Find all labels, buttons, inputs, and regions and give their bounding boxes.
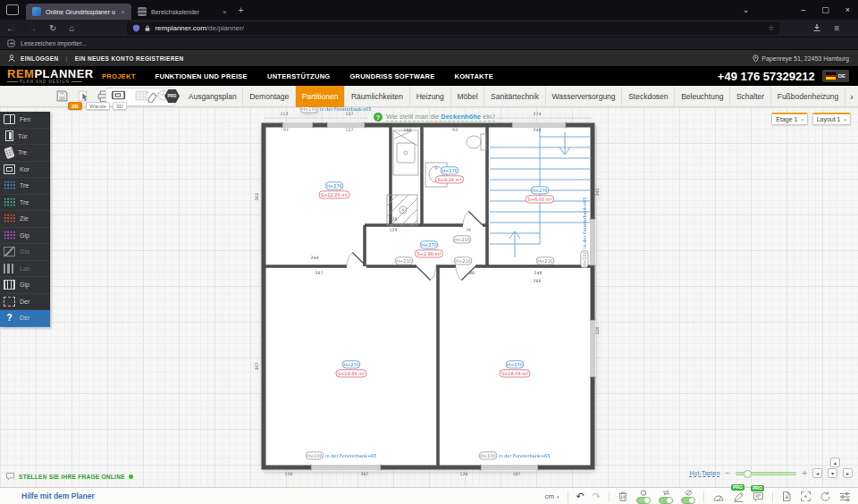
nav-projekt[interactable]: PROJEKT [102,72,136,80]
tab2-close-icon[interactable]: × [223,8,227,16]
save-icon[interactable] [55,89,69,106]
menu-hamburger-icon[interactable]: ≡ [828,23,845,33]
tracking-shield-icon[interactable] [132,24,140,32]
dimension-label: 240 [534,128,542,132]
pan-up-button[interactable]: ▴ [830,458,840,467]
forward-icon[interactable]: → [21,23,43,33]
dimensions-toggle[interactable] [659,490,673,504]
sidebar-item-kor[interactable]: Kor [0,162,50,179]
window-sill-note: H=100in der Fensterbank=65 [479,452,550,459]
zoom-in-button[interactable]: + [802,468,807,478]
planner-help-link[interactable]: Hilfe mit dem Planer [21,491,95,500]
browser-tab-2[interactable]: Bereichskalender × [131,4,233,20]
pan-left-button[interactable]: ◂ [812,468,822,478]
home-icon[interactable]: ⌂ [63,23,80,33]
bookmark-star-icon[interactable]: ☆ [768,24,774,32]
zoom-slider[interactable] [736,472,796,475]
tab-demontage[interactable]: Demontage [243,86,296,107]
ask-question-online[interactable]: STELLEN SIE IHRE FRAGE ONLINE [5,472,133,481]
glass-icon [4,247,15,256]
visibility-toggle[interactable] [681,490,695,504]
deckenhoehe-link[interactable]: Deckenhöhe [441,113,481,121]
delete-icon[interactable] [618,491,628,502]
ceiling-height-hint[interactable]: ? Wie stellt man die Deckenhöhe ein? [374,113,495,122]
protractor-icon[interactable] [712,491,725,502]
window-minimize-button[interactable]: – [793,5,813,14]
tab1-close-icon[interactable]: × [121,8,125,16]
redo-icon[interactable]: ↷ [593,491,601,502]
rotate-refresh-icon[interactable] [820,491,831,502]
document-icon[interactable] [781,491,792,502]
tab-wasserversorgung[interactable]: Wasserversorgung [546,86,623,107]
list-tabs-chevron-icon[interactable]: ⌄ [735,5,758,14]
remplanner-logo[interactable]: REMPLANNER PLAN AND DESIGN [7,69,89,84]
snap-toggle[interactable] [636,490,651,504]
tab-beleuchtung[interactable]: Beleuchtung [675,86,730,107]
site-main-header: REMPLANNER PLAN AND DESIGN PROJEKTFUNKTI… [0,66,858,86]
phone-number[interactable]: +49 176 57329212 [718,70,815,83]
tab-schalter[interactable]: Schalter [730,86,771,107]
units-selector[interactable]: cm▾ [544,492,559,500]
sidebar-item-der[interactable]: Der [0,294,50,311]
tab-möbel[interactable]: Möbel [451,86,485,107]
floor-selector[interactable]: Etage 1▾ [771,113,808,125]
tab-sanitärtechnik[interactable]: Sanitärtechnik [484,86,545,107]
downloads-icon[interactable] [806,23,828,34]
focus-scan-icon[interactable] [800,491,812,502]
badge-3d[interactable]: 3D [113,102,127,110]
url-bar[interactable]: remplanner.com /de/planner/ ☆ [127,22,779,35]
badge-waende[interactable]: Wände [86,102,110,110]
nav-funktionen-und-preise[interactable]: FUNKTIONEN UND PREISE [156,72,248,80]
login-link[interactable]: EINLOGGEN [21,55,59,62]
reload-icon[interactable]: ↻ [43,23,63,33]
select-icon [4,297,15,307]
language-selector[interactable]: DE [822,70,849,82]
register-link[interactable]: EIN NEUES KONTO REGISTRIEREN [75,55,184,62]
sidebar-item-lan[interactable]: Lan [0,261,50,278]
sidebar-item-fen[interactable]: Fen [0,112,50,129]
pan-down-button[interactable]: ▾ [828,468,837,478]
tab-ausgangsplan[interactable]: Ausgangsplan [182,86,243,107]
tab-heizung[interactable]: Heizung [410,86,451,107]
nav-grundriss-software[interactable]: GRUNDRISS SOFTWARE [349,72,434,80]
nav-unterstützung[interactable]: UNTERSTÜTZUNG [267,72,331,80]
badge-2d[interactable]: 2D [68,102,82,110]
eraser-icon[interactable] [145,89,159,106]
new-tab-button[interactable]: + [233,5,249,15]
sidebar-item-tre[interactable]: Tre [0,195,50,212]
plan-canvas[interactable]: H=276S=12.20 m²H=276S=4.24 m²H=276S=6.03… [0,107,858,487]
back-icon[interactable]: ← [0,23,21,33]
undo-icon[interactable]: ↶ [576,491,585,502]
tab-räumlichkeiten[interactable]: Räumlichkeiten [345,86,410,107]
pan-right-button[interactable]: ▸ [843,468,853,478]
sidebar-item-tür[interactable]: Tür [0,129,50,146]
comments-icon[interactable]: PRO [753,491,764,502]
tabs-overflow-arrow-icon[interactable]: › [845,86,858,107]
browser-tab-1[interactable]: Online Grundrissplaner und De- × [26,4,131,20]
window-maximize-button[interactable]: ▢ [813,5,837,14]
svg-text:in der Fensterbank=65: in der Fensterbank=65 [325,453,376,458]
window-close-button[interactable]: × [837,5,858,14]
svg-text:H=210: H=210 [537,258,553,264]
settings-sliders-icon[interactable] [839,491,851,502]
sidebar-item-gip[interactable]: Gip [0,277,50,294]
import-bookmarks-link[interactable]: Lesezeichen importier... [21,40,87,46]
hatch-icon [4,197,15,207]
sidebar-item-gla[interactable]: Gla [0,244,50,261]
draw-pencil-icon[interactable]: PRO [733,491,744,502]
sidebar-item-tre[interactable]: Tre [0,145,50,162]
plan-floor [264,125,593,467]
nav-kontakte[interactable]: KONTAKTE [454,72,493,80]
sidebar-item-zie[interactable]: Zie [0,211,50,228]
tab-fußbodenheizung[interactable]: Fußbodenheizung [771,86,845,107]
layout-selector[interactable]: Layout 1▾ [812,113,851,125]
sidebar-item-gip[interactable]: Gip [0,228,50,245]
hotkeys-link[interactable]: Hot-Tasten [689,470,719,477]
zoom-slider-knob[interactable] [744,470,752,478]
sidebar-item-tre[interactable]: Tre [0,178,50,195]
browser-navbar: ← → ↻ ⌂ remplanner.com /de/planner/ ☆ ≡ [0,20,858,38]
tab-partitionen[interactable]: Partitionen [296,86,345,107]
sidebar-item-der[interactable]: ?Der [0,310,50,327]
zoom-out-button[interactable]: − [725,468,730,478]
tab-steckdosen[interactable]: Steckdosen [622,86,675,107]
